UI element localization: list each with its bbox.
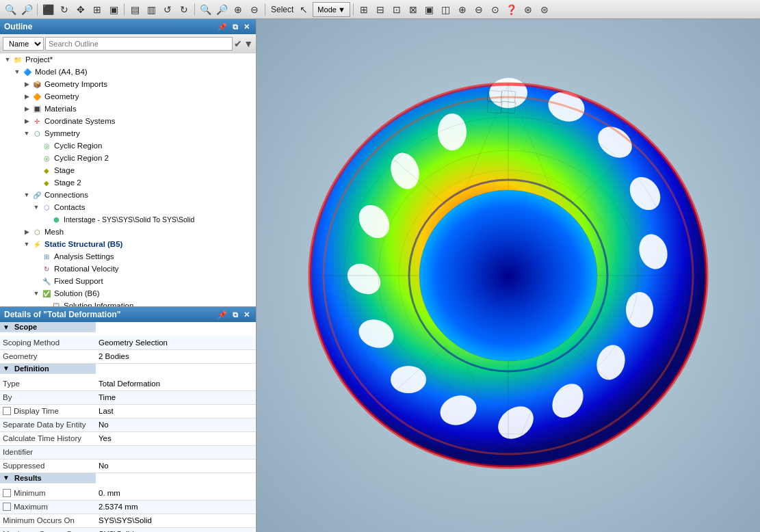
tree-item-materials[interactable]: ▶ 🔳 Materials (0, 103, 256, 115)
fit-btn[interactable]: ▣ (106, 2, 121, 17)
tree-item-connections[interactable]: ▼ 🔗 Connections (0, 189, 256, 201)
max-check[interactable] (3, 503, 11, 511)
view-front-btn[interactable]: ▤ (127, 2, 142, 17)
label-separate-data: Separate Data by Entity (0, 418, 96, 431)
rotate-btn[interactable]: ↻ (57, 2, 72, 17)
outline-pin-btn[interactable]: 📌 (215, 23, 229, 31)
label-geoimports: Geometry Imports (44, 80, 256, 88)
tree-item-fixedsup[interactable]: 🔧 Fixed Support (0, 275, 256, 287)
tb7[interactable]: ⊕ (455, 2, 470, 17)
value-max-occurs: SYS\Solid (96, 527, 256, 532)
exp-mesh: ▶ (22, 228, 31, 235)
min-check[interactable] (3, 489, 11, 497)
expander-coord: ▶ (22, 118, 31, 124)
uncheck-btn[interactable]: ▼ (244, 38, 253, 49)
results-toggle[interactable]: ▼ (3, 474, 12, 481)
mode-chevron: ▼ (338, 5, 345, 14)
zoom-box-btn[interactable]: ⊞ (90, 2, 105, 17)
details-panel-header: Details of "Total Deformation" 📌 ⧉ ✕ (0, 307, 256, 322)
tree-item-solution[interactable]: ▼ ✅ Solution (B6) (0, 287, 256, 300)
label-maximum: Maximum (0, 500, 96, 514)
tb1[interactable]: ⊞ (356, 2, 371, 17)
rotate-cw-btn[interactable]: ↺ (160, 2, 175, 17)
tree-item-rotvel[interactable]: ↻ Rotational Velocity (0, 263, 256, 275)
details-close-btn[interactable]: ✕ (241, 310, 252, 319)
mode-btn[interactable]: Mode ▼ (313, 2, 350, 17)
tree-item-interstage[interactable]: ⬢ Interstage - SYS\SYS\Solid To SYS\Soli… (0, 213, 256, 226)
tb4[interactable]: ⊠ (406, 2, 421, 17)
tb10[interactable]: ❓ (504, 2, 519, 17)
tb8[interactable]: ⊖ (471, 2, 486, 17)
details-float-btn[interactable]: ⧉ (231, 310, 240, 319)
zoom-in-btn[interactable]: 🔎 (19, 2, 34, 17)
isometric-btn[interactable]: ⬛ (40, 2, 55, 17)
sep5 (353, 3, 354, 16)
viewport[interactable]: B: Static Structural Total Deformation T… (257, 19, 760, 532)
exp-sol: ▼ (31, 290, 41, 297)
icon-analysis: ⊞ (41, 251, 52, 262)
label-static: Static Structural (B5) (44, 240, 256, 248)
zoom-region-btn[interactable]: ⊖ (247, 2, 262, 17)
icon-cyclic2: ◎ (41, 152, 52, 163)
label-rotvel: Rotational Velocity (54, 265, 256, 273)
tree-item-contacts[interactable]: ▼ ⬡ Contacts (0, 201, 256, 213)
tree-item-cyclic1[interactable]: ◎ Cyclic Region (0, 139, 256, 152)
label-suppressed: Suppressed (0, 459, 96, 473)
tb6[interactable]: ◫ (438, 2, 454, 17)
value-scoping-method: Geometry Selection (96, 336, 256, 349)
view-right-btn[interactable]: ▥ (144, 2, 159, 17)
select-arrow-btn[interactable]: ↖ (296, 2, 311, 17)
scope-toggle[interactable]: ▼ (3, 323, 12, 331)
zoom-out-btn[interactable]: 🔍 (198, 2, 213, 17)
zoom-fit-btn[interactable]: ⊕ (231, 2, 246, 17)
tree-item-project[interactable]: ▼ 📁 Project* (0, 53, 256, 66)
zoom-in2-btn[interactable]: 🔎 (214, 2, 229, 17)
tb2[interactable]: ⊟ (373, 2, 388, 17)
label-materials: Materials (44, 105, 256, 113)
tree-item-coordsys[interactable]: ▶ ✛ Coordinate Systems (0, 115, 256, 127)
value-minimum: 0. mm (96, 486, 256, 500)
tb9[interactable]: ⊙ (488, 2, 503, 17)
tree-item-geometry[interactable]: ▶ 🔶 Geometry (0, 90, 256, 103)
value-display-time: Last (96, 404, 256, 418)
row-suppressed: Suppressed No (0, 459, 256, 473)
sep4 (265, 3, 265, 16)
tree-item-geoimports[interactable]: ▶ 📦 Geometry Imports (0, 78, 256, 90)
tree-item-model[interactable]: ▼ 🔷 Model (A4, B4) (0, 66, 256, 78)
check-btn[interactable]: ✔ (234, 38, 242, 49)
details-panel: Details of "Total Deformation" 📌 ⧉ ✕ ▼ S… (0, 306, 257, 532)
tb12[interactable]: ⊜ (537, 2, 552, 17)
outline-panel-header: Outline 📌 ⧉ ✕ (0, 19, 256, 34)
details-header-btns: 📌 ⧉ ✕ (215, 310, 252, 319)
outline-close-btn[interactable]: ✕ (241, 23, 252, 31)
row-by: By Time (0, 390, 256, 404)
tree-item-staticstruct[interactable]: ▼ ⚡ Static Structural (B5) (0, 238, 256, 250)
tree-item-stage2[interactable]: ◆ Stage 2 (0, 176, 256, 189)
tree-item-mesh[interactable]: ▶ ⬡ Mesh (0, 226, 256, 238)
rotate-ccw-btn[interactable]: ↻ (176, 2, 192, 17)
expander-sym: ▼ (22, 130, 31, 137)
display-time-check[interactable] (3, 407, 11, 415)
value-min-occurs: SYS\SYS\Solid (96, 514, 256, 527)
label-identifier: Identifier (0, 445, 96, 459)
zoom-extents-btn[interactable]: 🔍 (3, 2, 18, 17)
tree-item-cyclic2[interactable]: ◎ Cyclic Region 2 (0, 152, 256, 164)
tb3[interactable]: ⊡ (389, 2, 404, 17)
tree-item-analysis[interactable]: ⊞ Analysis Settings (0, 250, 256, 263)
search-input[interactable] (45, 37, 233, 51)
tree-item-symmetry[interactable]: ▼ ⬡ Symmetry (0, 127, 256, 139)
details-pin-btn[interactable]: 📌 (215, 310, 229, 319)
tree-item-stage[interactable]: ◆ Stage (0, 164, 256, 176)
label-cyclic1: Cyclic Region (54, 142, 256, 150)
pan-btn[interactable]: ✥ (73, 2, 88, 17)
name-filter-dropdown[interactable]: Name (3, 37, 44, 51)
tb5[interactable]: ▣ (422, 2, 437, 17)
tb11[interactable]: ⊛ (521, 2, 536, 17)
tree-item-solinfo[interactable]: 📋 Solution Information (0, 300, 256, 306)
outline-float-btn[interactable]: ⧉ (231, 23, 240, 31)
outline-title: Outline (4, 22, 213, 31)
3d-model-viewport[interactable] (257, 19, 760, 532)
exp-contacts: ▼ (31, 204, 41, 211)
def-toggle[interactable]: ▼ (3, 364, 12, 372)
expander-model: ▼ (12, 68, 22, 75)
